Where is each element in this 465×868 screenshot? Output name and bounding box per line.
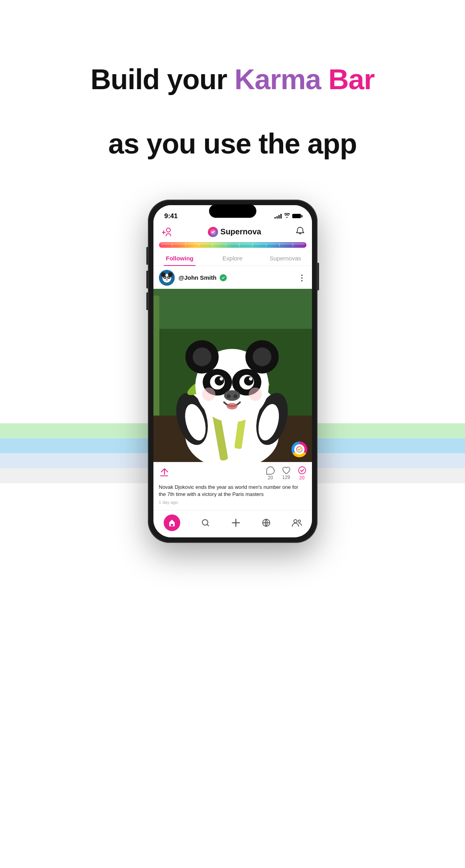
headline-prefix: Build your [90,64,234,95]
headline-line2: as you use the app [55,127,410,160]
app-name: Supernova [220,227,261,236]
battery-icon [292,214,301,218]
nav-community[interactable] [291,518,302,527]
post-time: 1 day ago [159,500,306,505]
add-user-button[interactable] [161,226,173,238]
app-logo: Supernova [208,227,261,237]
nav-globe[interactable] [261,518,271,528]
post-logo-overlay [291,441,307,457]
logo-icon [208,227,218,237]
post-actions: 20 129 [153,462,312,510]
headline-line1: Build your Karma Bar [55,63,410,96]
tab-following[interactable]: Following [153,251,206,266]
like-button[interactable]: 129 [282,466,291,480]
svg-rect-13 [153,296,159,422]
wifi-icon [284,213,290,219]
phone-screen: 9:41 [153,205,312,537]
dynamic-island [209,205,256,218]
svg-point-42 [244,376,253,385]
post-logo-inner [294,444,304,455]
karma-bar [159,242,306,248]
app-header: Supernova [153,223,312,241]
share-button[interactable] [159,468,169,479]
nav-add[interactable] [231,518,241,528]
svg-point-8 [166,279,168,280]
signal-bar-1 [275,217,276,219]
home-icon[interactable] [164,514,180,531]
karma-ticks [159,242,306,248]
svg-point-46 [226,394,230,398]
svg-point-56 [298,520,301,522]
community-icon [291,518,302,527]
signal-bar-4 [280,214,282,219]
svg-point-7 [168,277,169,278]
svg-point-45 [224,390,240,401]
post-header: @John Smith ⋮ [153,266,312,289]
headline: Build your Karma Bar as you use the app [55,32,410,160]
nav-home[interactable] [164,514,180,531]
headline-bar: Bar [321,64,375,95]
signal-bar-3 [278,215,280,219]
svg-rect-52 [171,524,173,526]
more-options-button[interactable]: ⋮ [298,274,306,282]
svg-point-44 [249,377,252,380]
bottom-nav [153,510,312,537]
post-user: @John Smith [159,270,227,286]
notification-button[interactable] [296,226,304,237]
avatar [159,270,175,286]
panda-scene [153,289,312,462]
svg-point-51 [299,467,306,474]
svg-point-41 [215,376,224,385]
post-image [153,289,312,462]
comment-count: 20 [268,475,273,481]
globe-icon [261,518,271,528]
comment-button[interactable]: 20 [266,466,275,481]
status-icons [275,213,301,219]
verified-badge [220,274,227,281]
tab-supernovas[interactable]: Supernovas [259,251,312,266]
svg-point-49 [202,387,215,401]
action-row: 20 129 [159,466,306,481]
svg-point-48 [226,403,237,410]
svg-point-50 [248,387,262,401]
nav-search[interactable] [201,518,210,528]
phone-mockup: 9:41 [148,200,317,543]
svg-point-35 [192,347,211,366]
post-username-wrapper: @John Smith [179,274,227,281]
like-count: 129 [282,475,290,480]
svg-point-36 [252,347,271,366]
svg-point-43 [220,377,223,380]
tab-bar: Following Explore Supernovas [153,251,312,266]
headline-karma: Karma [234,64,321,95]
status-time: 9:41 [164,212,178,220]
svg-point-6 [164,277,165,278]
svg-point-55 [294,520,297,523]
signal-bar-2 [276,216,278,219]
phone-frame: 9:41 [148,200,317,543]
svg-point-47 [233,394,237,398]
signal-icon [275,214,282,219]
post-username: @John Smith [179,274,217,281]
post-caption: Novak Djokovic ends the year as world me… [159,484,306,498]
karma-count: 20 [299,475,304,481]
action-group: 20 129 [266,466,306,481]
add-icon [231,518,241,528]
search-icon [201,518,210,528]
karma-button[interactable]: 20 [298,466,306,481]
tab-explore[interactable]: Explore [206,251,259,266]
